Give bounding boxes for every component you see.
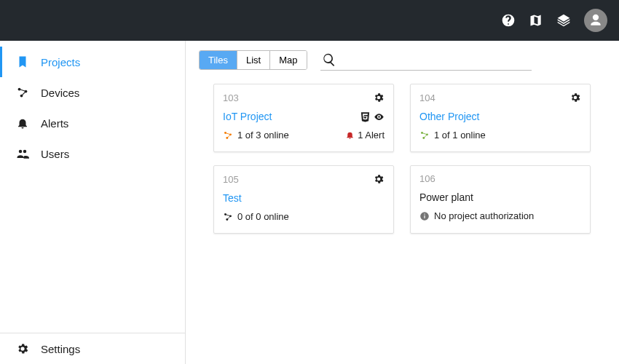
devices-status: 0 of 0 online: [237, 211, 289, 222]
bookmark-icon: [15, 55, 31, 68]
project-name[interactable]: Other Project: [419, 111, 479, 122]
project-id: 103: [223, 92, 239, 103]
main-content: Tiles List Map 103: [186, 41, 619, 364]
devices-icon: [419, 130, 430, 141]
layers-icon[interactable]: [556, 13, 571, 28]
sidebar-item-devices[interactable]: Devices: [0, 77, 185, 108]
devices-status: 1 of 3 online: [237, 130, 289, 141]
project-id: 104: [419, 92, 435, 103]
gear-icon: [15, 342, 31, 355]
sidebar-item-label: Users: [41, 148, 69, 160]
avatar[interactable]: [584, 9, 607, 32]
sidebar-item-projects[interactable]: Projects: [0, 47, 185, 77]
project-card[interactable]: 104 Other Project 1 of 1 online: [410, 84, 591, 152]
devices-icon: [223, 130, 233, 141]
no-auth-text: No project authorization: [434, 210, 534, 221]
search-icon: [322, 52, 336, 67]
project-name: Power plant: [419, 191, 473, 203]
svg-rect-16: [424, 213, 425, 214]
view-tab-map[interactable]: Map: [270, 51, 306, 69]
project-card[interactable]: 105 Test 0 of 0 online: [213, 165, 394, 234]
project-id: 106: [419, 173, 435, 184]
users-icon: [15, 147, 31, 160]
project-id: 105: [223, 174, 239, 185]
html5-icon: [360, 111, 371, 122]
project-name[interactable]: Test: [223, 192, 242, 204]
alert-icon: [345, 130, 355, 140]
sidebar-item-label: Projects: [41, 56, 80, 68]
view-toggle: Tiles List Map: [199, 50, 307, 70]
map-icon[interactable]: [529, 13, 543, 28]
sidebar-item-alerts[interactable]: Alerts: [0, 108, 185, 138]
bell-icon: [15, 116, 31, 130]
alert-count: 1 Alert: [358, 130, 385, 141]
devices-icon: [15, 86, 31, 99]
svg-point-4: [23, 150, 27, 154]
info-icon: [419, 211, 430, 221]
view-tab-list[interactable]: List: [237, 51, 270, 69]
devices-status: 1 of 1 online: [434, 130, 486, 141]
project-name[interactable]: IoT Project: [223, 111, 272, 122]
project-card[interactable]: 106 Power plant No project authorization: [410, 165, 591, 234]
sidebar-item-label: Alerts: [41, 117, 68, 130]
gear-icon[interactable]: [373, 92, 385, 103]
search-field[interactable]: [320, 50, 532, 71]
search-input[interactable]: [336, 54, 530, 66]
svg-rect-15: [424, 215, 425, 218]
toolbar: Tiles List Map: [199, 50, 606, 71]
sidebar-item-label: Settings: [41, 343, 80, 355]
projects-grid: 103 IoT Project 1 of 3 online: [213, 84, 606, 234]
eye-icon: [374, 111, 385, 122]
sidebar-item-label: Devices: [41, 87, 79, 99]
devices-icon: [223, 212, 233, 222]
gear-icon[interactable]: [373, 173, 385, 185]
sidebar-item-users[interactable]: Users: [0, 138, 185, 169]
topbar: [0, 0, 619, 41]
help-icon[interactable]: [501, 13, 516, 28]
view-tab-tiles[interactable]: Tiles: [200, 51, 237, 69]
sidebar-item-settings[interactable]: Settings: [0, 333, 185, 364]
project-badges: [360, 111, 385, 122]
sidebar: Projects Devices Alerts Users Settings: [0, 41, 186, 364]
svg-point-3: [19, 150, 23, 154]
project-card[interactable]: 103 IoT Project 1 of 3 online: [213, 84, 394, 152]
gear-icon[interactable]: [569, 92, 581, 103]
